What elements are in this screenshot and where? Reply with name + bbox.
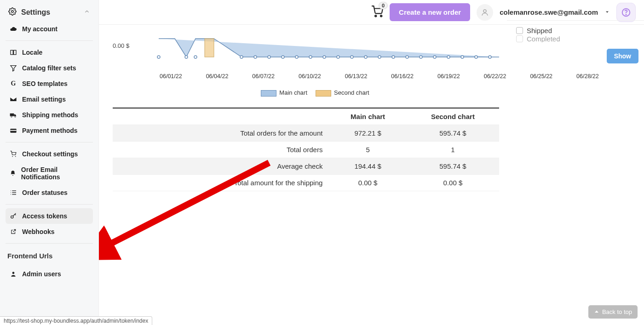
svg-point-36 xyxy=(337,56,339,58)
sidebar-item-order-statuses[interactable]: Order statuses xyxy=(6,185,93,200)
user-email[interactable]: colemanrose.swe@gmail.com xyxy=(500,8,598,16)
svg-point-34 xyxy=(309,56,312,58)
svg-point-29 xyxy=(240,56,243,58)
svg-point-40 xyxy=(392,56,395,58)
avatar[interactable] xyxy=(477,4,493,21)
sidebar-item-catalog-filter-sets[interactable]: Catalog filter sets xyxy=(6,60,93,76)
svg-marker-3 xyxy=(11,66,16,71)
mail-icon xyxy=(9,96,17,103)
sidebar-item-label: SEO templates xyxy=(22,80,68,87)
svg-point-28 xyxy=(194,56,197,58)
svg-marker-50 xyxy=(595,310,598,313)
svg-point-42 xyxy=(420,56,422,58)
sidebar-item-locale[interactable]: Locale xyxy=(6,45,93,60)
svg-point-33 xyxy=(295,56,298,58)
svg-point-35 xyxy=(323,56,326,58)
sidebar-item-label: Payment methods xyxy=(22,127,78,134)
svg-point-17 xyxy=(11,216,13,218)
frontend-urls-heading: Frontend Urls xyxy=(6,247,93,262)
sidebar-item-order-email-notifications[interactable]: Order Email Notifications xyxy=(6,162,93,185)
seo-icon: G xyxy=(9,80,17,87)
main-content: Shipped Completed Show 0.00 $ xyxy=(99,25,644,325)
svg-rect-8 xyxy=(10,130,16,131)
x-axis-labels: 06/01/2206/04/2206/07/2206/10/2206/13/22… xyxy=(160,73,626,80)
browser-status-url: https://test-shop.my-boundless.app/auth/… xyxy=(0,316,152,325)
cloud-icon xyxy=(9,25,17,33)
svg-rect-4 xyxy=(10,114,14,116)
filter-icon xyxy=(9,64,17,72)
sidebar-item-label: Shipping methods xyxy=(22,111,78,119)
settings-header[interactable]: Settings xyxy=(6,4,93,21)
y-axis-zero-label: 0.00 $ xyxy=(113,42,129,49)
svg-point-0 xyxy=(12,11,14,13)
external-icon xyxy=(9,228,17,235)
sidebar-item-webhooks[interactable]: Webhooks xyxy=(6,224,93,239)
card-icon xyxy=(9,127,17,134)
cart-count-badge: 0 xyxy=(379,2,388,9)
svg-point-32 xyxy=(282,56,284,58)
sidebar-item-label: Email settings xyxy=(22,96,66,103)
svg-point-43 xyxy=(433,56,436,58)
key-icon xyxy=(9,212,17,220)
svg-point-47 xyxy=(489,56,491,58)
create-order-button[interactable]: Create a new order xyxy=(390,3,470,21)
svg-marker-22 xyxy=(606,11,609,13)
table-row: Total amount for the shipping0.00 $0.00 … xyxy=(113,174,499,191)
sidebar-item-email-settings[interactable]: Email settings xyxy=(6,91,93,107)
sidebar-item-my-account[interactable]: My account xyxy=(6,21,93,37)
sidebar-item-label: Order Email Notifications xyxy=(21,166,89,181)
svg-point-20 xyxy=(380,15,382,17)
svg-point-6 xyxy=(15,116,16,118)
sidebar-item-payment-methods[interactable]: Payment methods xyxy=(6,123,93,138)
sidebar-item-admin-users[interactable]: Admin users xyxy=(6,266,93,282)
list-icon xyxy=(9,189,17,196)
svg-point-5 xyxy=(11,116,12,118)
sidebar-item-shipping-methods[interactable]: Shipping methods xyxy=(6,107,93,123)
stats-table: Main chart Second chart Total orders for… xyxy=(113,108,499,191)
legend-swatch-main xyxy=(261,90,276,97)
chevron-down-icon[interactable] xyxy=(604,9,610,16)
svg-point-24 xyxy=(626,14,626,15)
settings-label: Settings xyxy=(21,8,50,17)
chart-svg xyxy=(131,29,499,71)
gear-icon xyxy=(8,7,17,17)
svg-point-27 xyxy=(185,56,188,58)
sidebar-item-label: Checkout settings xyxy=(22,150,78,158)
svg-point-44 xyxy=(447,56,450,58)
truck-icon xyxy=(9,111,17,119)
svg-point-37 xyxy=(351,56,353,58)
svg-point-9 xyxy=(12,156,13,157)
svg-point-19 xyxy=(375,15,376,17)
svg-point-46 xyxy=(475,56,477,58)
sidebar-item-label: Access tokens xyxy=(22,212,67,220)
svg-point-10 xyxy=(15,156,16,157)
sidebar-item-label: Locale xyxy=(22,49,42,56)
sidebar-item-seo-templates[interactable]: GSEO templates xyxy=(6,76,93,91)
sidebar: Settings My accountLocaleCatalog filter … xyxy=(0,0,99,325)
svg-rect-1 xyxy=(11,50,13,54)
svg-point-21 xyxy=(483,10,486,12)
cart-button[interactable]: 0 xyxy=(371,6,383,19)
svg-point-18 xyxy=(12,272,15,274)
svg-rect-25 xyxy=(205,39,214,57)
chevron-up-icon xyxy=(84,8,90,17)
sidebar-item-label: Webhooks xyxy=(22,228,55,235)
sidebar-item-checkout-settings[interactable]: Checkout settings xyxy=(6,146,93,162)
cart-icon xyxy=(9,151,17,157)
bell-icon xyxy=(9,170,17,177)
svg-point-38 xyxy=(364,56,367,58)
chart-legend: Main chart Second chart xyxy=(131,89,499,97)
help-button[interactable] xyxy=(616,3,636,22)
legend-swatch-second xyxy=(316,90,331,97)
table-row: Total orders for the amount972.21 $595.7… xyxy=(113,125,499,141)
sidebar-item-access-tokens[interactable]: Access tokens xyxy=(6,208,93,224)
sidebar-item-label: Order statuses xyxy=(22,189,68,196)
svg-point-39 xyxy=(378,56,381,58)
svg-point-30 xyxy=(254,56,257,58)
back-to-top-button[interactable]: Back to top xyxy=(588,305,638,319)
orders-chart: 0.00 $ 06/01/2206/04/2206/07/2206/10/220… xyxy=(131,29,626,85)
svg-point-31 xyxy=(268,56,270,58)
svg-point-41 xyxy=(406,56,408,58)
locale-icon xyxy=(9,49,17,56)
table-header-row: Main chart Second chart xyxy=(113,108,499,125)
